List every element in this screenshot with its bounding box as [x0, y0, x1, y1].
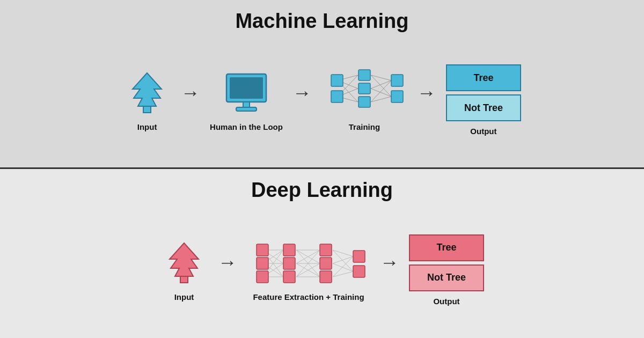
svg-line-16 — [371, 80, 391, 102]
svg-marker-1 — [133, 73, 162, 106]
ml-nn-icon — [321, 69, 407, 117]
svg-rect-57 — [320, 244, 332, 256]
dl-training-label: Feature Extraction + Training — [253, 292, 364, 302]
ml-training-label: Training — [349, 122, 380, 131]
ml-human-item: Human in the Loop — [210, 69, 283, 131]
svg-line-15 — [371, 89, 391, 97]
svg-rect-61 — [353, 266, 365, 277]
svg-rect-22 — [358, 97, 370, 107]
svg-line-14 — [371, 80, 391, 89]
dl-output-boxes: Tree Not Tree — [409, 234, 484, 291]
svg-rect-21 — [358, 83, 370, 94]
svg-rect-23 — [391, 75, 403, 86]
ml-arrow1: → — [181, 83, 200, 102]
ml-output-tree: Tree — [446, 64, 521, 91]
ml-output-label: Output — [470, 127, 496, 136]
svg-rect-51 — [257, 244, 268, 256]
svg-rect-52 — [257, 258, 268, 269]
ml-training-item: Training — [321, 69, 407, 131]
ml-arrow2: → — [292, 83, 312, 102]
dl-arrow2: → — [380, 253, 399, 272]
svg-rect-24 — [391, 91, 403, 102]
svg-rect-59 — [320, 271, 332, 283]
svg-line-13 — [371, 75, 391, 97]
ml-output-nottree: Not Tree — [446, 94, 521, 121]
svg-line-17 — [371, 97, 391, 102]
svg-line-49 — [333, 256, 353, 277]
svg-rect-18 — [331, 75, 343, 86]
svg-line-47 — [333, 256, 353, 263]
svg-rect-3 — [230, 77, 263, 99]
ml-input-item: Input — [123, 69, 171, 131]
monitor-icon — [222, 69, 270, 117]
dl-output-nottree: Not Tree — [409, 264, 484, 291]
svg-rect-5 — [236, 107, 257, 111]
svg-rect-4 — [243, 102, 250, 107]
svg-rect-19 — [331, 91, 343, 102]
svg-rect-55 — [283, 258, 295, 269]
deep-learning-panel: Deep Learning Input → — [0, 169, 644, 338]
svg-rect-60 — [353, 251, 365, 262]
dl-output-item: Tree Not Tree Output — [409, 234, 484, 306]
svg-marker-26 — [170, 243, 199, 276]
ml-human-label: Human in the Loop — [210, 122, 283, 131]
dl-arrow1: → — [218, 253, 237, 272]
svg-rect-20 — [358, 70, 370, 80]
machine-learning-panel: Machine Learning Input → — [0, 0, 644, 169]
dl-input-item: Input — [160, 239, 208, 302]
dl-output-label: Output — [433, 297, 459, 306]
svg-rect-54 — [283, 244, 295, 256]
blue-tree-icon — [123, 69, 171, 117]
pink-tree-icon — [160, 239, 208, 287]
dl-input-label: Input — [174, 292, 194, 302]
dl-output-tree: Tree — [409, 234, 484, 261]
ml-arrow3: → — [417, 83, 436, 102]
svg-line-12 — [371, 75, 391, 80]
svg-rect-58 — [320, 258, 332, 269]
ml-flow-row: Input → Human in the Loop → — [123, 38, 521, 167]
svg-rect-53 — [257, 271, 268, 283]
dl-title: Deep Learning — [251, 179, 393, 202]
svg-rect-56 — [283, 271, 295, 283]
dl-training-item: Feature Extraction + Training — [247, 239, 370, 302]
ml-output-item: Tree Not Tree Output — [446, 64, 521, 136]
ml-output-boxes: Tree Not Tree — [446, 64, 521, 121]
svg-line-48 — [333, 263, 353, 271]
ml-title: Machine Learning — [235, 10, 408, 33]
ml-input-label: Input — [137, 122, 157, 131]
dl-flow-row: Input → — [160, 207, 484, 338]
dl-nn-icon — [247, 239, 370, 287]
